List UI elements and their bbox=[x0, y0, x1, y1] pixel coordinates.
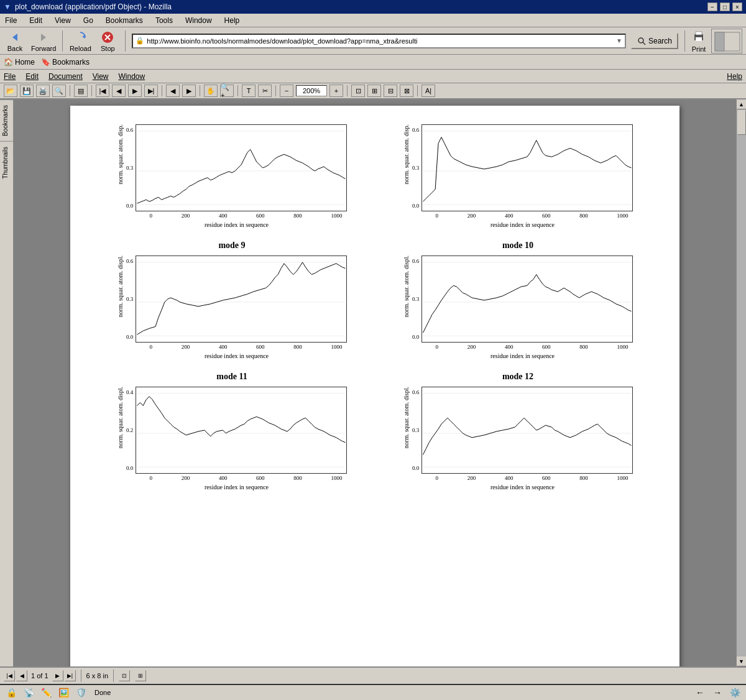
forward-button[interactable]: Forward bbox=[31, 30, 56, 52]
bottom-nav-right[interactable]: → bbox=[711, 686, 724, 699]
menu-tools[interactable]: Tools bbox=[153, 16, 175, 25]
pdf-print-button[interactable]: 🖨️ bbox=[36, 85, 50, 97]
chart-m10-svg bbox=[421, 256, 633, 343]
pdf-menu-window[interactable]: Window bbox=[119, 72, 145, 81]
pdf-save-button[interactable]: 💾 bbox=[20, 85, 34, 97]
ad-block-icon[interactable]: 🛡️ bbox=[75, 686, 87, 699]
bottom-nav-left[interactable]: ← bbox=[694, 686, 706, 699]
pdf-menu-file[interactable]: File bbox=[4, 72, 16, 81]
close-button[interactable]: × bbox=[732, 2, 742, 11]
pdf-nav-last[interactable]: ▶| bbox=[144, 85, 158, 97]
page-info: 1 of 1 bbox=[29, 672, 51, 679]
page-next-button[interactable]: ▶ bbox=[52, 670, 63, 681]
pdf-nav-next[interactable]: ▶ bbox=[128, 85, 142, 97]
url-input[interactable] bbox=[147, 37, 616, 45]
bookmarks-link[interactable]: 🔖 Bookmarks bbox=[41, 58, 90, 67]
reload-button[interactable]: Reload bbox=[69, 30, 91, 52]
scroll-track[interactable] bbox=[737, 109, 747, 656]
page-nav: |◀ ◀ 1 of 1 ▶ ▶| bbox=[4, 670, 76, 681]
pdf-font-tool[interactable]: A| bbox=[421, 85, 435, 97]
svg-rect-10 bbox=[696, 32, 702, 35]
security-icon[interactable]: 🔒 bbox=[5, 686, 17, 699]
rss-icon[interactable]: 📡 bbox=[22, 686, 35, 699]
pdf-menu-view[interactable]: View bbox=[93, 72, 109, 81]
page-last-button[interactable]: ▶| bbox=[65, 670, 76, 681]
status-btn-2[interactable]: ⊞ bbox=[135, 670, 146, 681]
thumbnails-tab[interactable]: Thumbnails bbox=[0, 141, 13, 184]
chart-m12-y-label: norm. squar. atom. displ. bbox=[403, 387, 410, 448]
back-button[interactable]: Back bbox=[4, 30, 26, 52]
search-button[interactable]: Search bbox=[631, 33, 678, 49]
svg-marker-0 bbox=[12, 34, 17, 41]
pdf-nav-prev[interactable]: ◀ bbox=[112, 85, 126, 97]
home-bookmark[interactable]: 🏠 Home bbox=[4, 58, 35, 67]
chart-mode11-title: mode 11 bbox=[216, 372, 247, 382]
menu-go[interactable]: Go bbox=[81, 16, 96, 25]
pdf-menu-document[interactable]: Document bbox=[48, 72, 83, 81]
status-divider-1 bbox=[81, 670, 81, 682]
scroll-up-button[interactable]: ▲ bbox=[737, 99, 747, 109]
pdf-select-tool[interactable]: ✋ bbox=[204, 85, 218, 97]
page-size-info: 6 x 8 in bbox=[86, 672, 108, 679]
window-controls: − □ × bbox=[707, 2, 742, 11]
chart-tl-x-label: residue index in sequence bbox=[205, 221, 269, 228]
page-prev-button[interactable]: ◀ bbox=[16, 670, 27, 681]
menu-window[interactable]: Window bbox=[183, 16, 214, 25]
menu-help[interactable]: Help bbox=[222, 16, 242, 25]
chart-m10-x-label: residue index in sequence bbox=[490, 352, 555, 359]
zoom-input[interactable] bbox=[296, 85, 327, 96]
print-button[interactable]: Print bbox=[691, 29, 706, 53]
pdf-sep-1 bbox=[70, 85, 70, 96]
browser-toolbar: Back Forward Reload Stop 🔒 ▼ Search Prin… bbox=[0, 27, 746, 55]
chart-m11-plot: 0.4 0.2 0.0 bbox=[126, 387, 347, 490]
chart-tl-svg bbox=[136, 124, 347, 211]
svg-line-7 bbox=[643, 42, 645, 45]
pdf-zoom-in-button[interactable]: 🔍+ bbox=[220, 85, 234, 97]
menu-bookmarks[interactable]: Bookmarks bbox=[103, 16, 145, 25]
url-dropdown-icon[interactable]: ▼ bbox=[616, 37, 622, 44]
chart-tr-svg bbox=[421, 124, 633, 211]
maximize-button[interactable]: □ bbox=[720, 2, 730, 11]
pdf-prev-page-button[interactable]: ◀ bbox=[166, 85, 180, 97]
pdf-content[interactable]: norm. squar. atom. disp. 0.6 0.3 0.0 bbox=[14, 99, 736, 666]
image-icon[interactable]: 🖼️ bbox=[57, 686, 70, 699]
status-btn-1[interactable]: ⊡ bbox=[119, 670, 130, 681]
bottom-settings[interactable]: ⚙️ bbox=[729, 686, 741, 699]
pdf-pages-view[interactable]: ⊠ bbox=[400, 85, 413, 97]
edit-icon[interactable]: ✏️ bbox=[40, 686, 52, 699]
pdf-nav-first[interactable]: |◀ bbox=[96, 85, 109, 97]
stop-icon bbox=[100, 30, 115, 45]
url-bar[interactable]: 🔒 ▼ bbox=[132, 34, 626, 48]
pdf-crop-tool[interactable]: ✂ bbox=[258, 85, 272, 97]
menu-view[interactable]: View bbox=[52, 16, 73, 25]
page-first-button[interactable]: |◀ bbox=[4, 670, 15, 681]
pdf-text-tool[interactable]: T bbox=[242, 85, 256, 97]
stop-button[interactable]: Stop bbox=[96, 30, 119, 52]
browser-status-bar: 🔒 📡 ✏️ 🖼️ 🛡️ Done ← → ⚙️ bbox=[0, 684, 746, 700]
pdf-view-toggle[interactable]: ▤ bbox=[74, 85, 88, 97]
pdf-find-button[interactable]: 🔍 bbox=[52, 85, 66, 97]
pdf-open-button[interactable]: 📂 bbox=[4, 85, 17, 97]
pdf-fit-page[interactable]: ⊡ bbox=[351, 85, 365, 97]
pdf-zoom-out[interactable]: − bbox=[280, 85, 293, 97]
pdf-zoom-plus[interactable]: + bbox=[329, 85, 343, 97]
pdf-next-page-button[interactable]: ▶ bbox=[182, 85, 196, 97]
scroll-thumb[interactable] bbox=[737, 110, 746, 135]
pdf-sep-4 bbox=[200, 85, 200, 96]
sidebar-toggle[interactable] bbox=[711, 29, 742, 53]
bookmarks-tab[interactable]: Bookmarks bbox=[0, 99, 13, 141]
pdf-menu-help[interactable]: Help bbox=[727, 72, 742, 81]
menu-file[interactable]: File bbox=[2, 16, 19, 25]
chart-top-right: norm. squar. atom. disp. 0.6 0.3 0.0 bbox=[381, 124, 655, 228]
scroll-down-button[interactable]: ▼ bbox=[737, 656, 747, 666]
chart-mode12-title: mode 12 bbox=[502, 372, 533, 382]
pdf-fit-height[interactable]: ⊟ bbox=[384, 85, 397, 97]
menu-edit[interactable]: Edit bbox=[27, 16, 45, 25]
minimize-button[interactable]: − bbox=[707, 2, 717, 11]
pdf-fit-width[interactable]: ⊞ bbox=[367, 85, 381, 97]
title-bar: ▼ plot_download (application/pdf Object)… bbox=[0, 0, 746, 14]
pdf-menu-edit[interactable]: Edit bbox=[25, 72, 39, 81]
chart-tr-y-label: norm. squar. atom. disp. bbox=[403, 124, 410, 184]
chart-m9-x-label: residue index in sequence bbox=[205, 352, 269, 359]
chart-m10-plot: 0.6 0.3 0.0 bbox=[412, 256, 633, 359]
